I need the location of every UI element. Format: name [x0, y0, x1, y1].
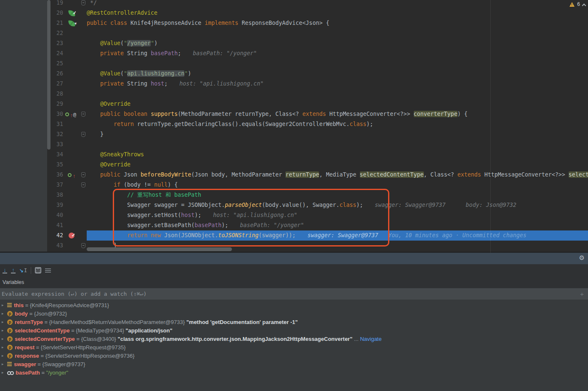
code-text[interactable]: [87, 89, 588, 99]
line-number[interactable]: 40: [51, 210, 63, 220]
line-number[interactable]: 22: [51, 28, 63, 38]
variable-row-returnType[interactable]: ▸returnType = {HandlerMethod$ReturnValue…: [0, 318, 588, 326]
line-number[interactable]: 26: [51, 69, 63, 79]
code-text[interactable]: @Value("api.liushigong.cn"): [87, 69, 588, 79]
at-annotation-icon[interactable]: [73, 109, 78, 119]
gutter: [63, 8, 80, 18]
code-text[interactable]: public class Knife4jResponseAdvice imple…: [87, 18, 588, 28]
variable-row-selectedContentType[interactable]: ▸selectedContentType = {MediaType@9734} …: [0, 326, 588, 335]
chevron-right-icon[interactable]: ▸: [2, 328, 7, 332]
variable-row-body[interactable]: ▸body = {Json@9732}: [0, 309, 588, 318]
code-segment: ): [154, 40, 157, 46]
horizontal-scrollbar[interactable]: [87, 247, 232, 251]
variable-row-basePath[interactable]: ▸basePath = "/yonger": [0, 368, 588, 377]
override-method-icon[interactable]: [65, 112, 69, 116]
code-text[interactable]: return returnType.getDeclaringClass().eq…: [87, 119, 588, 129]
code-segment: Json: [124, 171, 141, 178]
line-number[interactable]: 19: [51, 0, 63, 8]
breakpoint-verified-icon[interactable]: [69, 233, 74, 238]
code-text[interactable]: private String basePath;basePath: "/yong…: [87, 48, 588, 59]
fold-marker-icon[interactable]: [81, 0, 85, 5]
code-segment: returnType.getDeclaringClass().equals(Sw…: [137, 121, 349, 127]
code-text[interactable]: public boolean supports(MethodParameter …: [87, 109, 588, 119]
spring-bean-nav-icon[interactable]: [68, 20, 75, 27]
chevron-right-icon[interactable]: ▸: [2, 354, 7, 358]
code-text[interactable]: @Value("/yonger"): [87, 38, 588, 48]
code-text[interactable]: @RestControllerAdvice: [87, 8, 588, 18]
variable-row-request[interactable]: ▸request = {ServletServerHttpRequest@973…: [0, 343, 588, 351]
chevron-up-icon[interactable]: [582, 3, 586, 8]
chevron-right-icon[interactable]: ▸: [2, 345, 7, 349]
line-number[interactable]: 28: [51, 89, 63, 99]
line-number[interactable]: 37: [51, 180, 63, 190]
line-number[interactable]: 29: [51, 99, 63, 109]
line-number[interactable]: 23: [51, 38, 63, 48]
fold-column: [80, 18, 87, 28]
add-watch-plus-icon[interactable]: +: [580, 290, 584, 297]
line-number[interactable]: 30: [51, 109, 63, 119]
chevron-right-icon[interactable]: ▸: [2, 311, 7, 316]
chevron-right-icon[interactable]: ▸: [2, 370, 7, 375]
line-number[interactable]: 25: [51, 59, 63, 69]
parameter-icon: [7, 319, 13, 325]
line-number[interactable]: 41: [51, 220, 63, 230]
line-number[interactable]: 43: [51, 241, 63, 251]
chevron-right-icon[interactable]: ▸: [2, 320, 7, 324]
step-into-icon[interactable]: [3, 268, 7, 273]
parameter-icon: [7, 311, 13, 316]
fold-marker-icon[interactable]: [81, 172, 85, 177]
gear-icon[interactable]: ⚙: [579, 254, 585, 262]
chevron-right-icon[interactable]: ▸: [2, 337, 7, 341]
code-text[interactable]: @SneakyThrows: [87, 150, 588, 160]
line-number[interactable]: 27: [51, 79, 63, 89]
evaluate-expression-input[interactable]: Evaluate expression (↵) or add a watch (…: [0, 288, 588, 300]
line-number[interactable]: 31: [51, 119, 63, 129]
line-number[interactable]: 38: [51, 190, 63, 200]
code-text[interactable]: @Override: [87, 160, 588, 170]
fold-marker-icon[interactable]: [81, 132, 85, 137]
layout-settings-icon[interactable]: [45, 268, 51, 273]
run-to-cursor-icon[interactable]: [19, 268, 27, 273]
code-segment: */: [87, 0, 97, 6]
chevron-right-icon[interactable]: ▸: [2, 362, 7, 366]
variable-row-this[interactable]: ▸this = {Knife4jResponseAdvice@9731}: [0, 301, 588, 309]
variable-row-response[interactable]: ▸response = {ServletServerHttpResponse@9…: [0, 351, 588, 360]
step-out-icon[interactable]: [11, 268, 16, 273]
fold-marker-icon[interactable]: [81, 182, 85, 187]
inspections-widget[interactable]: 6: [569, 1, 585, 7]
variable-value: {ServletServerHttpResponse@9736}: [45, 353, 135, 359]
chevron-right-icon[interactable]: ▸: [2, 303, 7, 307]
code-text[interactable]: private String host;host: "api.liushigon…: [87, 79, 588, 89]
gutter: [63, 129, 80, 139]
variable-row-selectedConverterType[interactable]: ▸selectedConverterType = {Class@3400} "c…: [0, 335, 588, 343]
left-scrollbar-thumb[interactable]: [47, 0, 51, 150]
code-text[interactable]: public Json beforeBodyWrite(Json body, M…: [87, 170, 588, 180]
code-text[interactable]: [87, 139, 588, 150]
line-number[interactable]: 24: [51, 48, 63, 59]
line-number[interactable]: 34: [51, 150, 63, 160]
line-number[interactable]: 33: [51, 139, 63, 150]
variable-row-swagger[interactable]: ▸swagger = {Swagger@9737}: [0, 360, 588, 368]
code-text[interactable]: @Override: [87, 99, 588, 109]
code-line-28: 28: [51, 89, 588, 99]
fold-marker-icon[interactable]: [81, 112, 85, 117]
line-number[interactable]: 39: [51, 200, 63, 210]
line-number[interactable]: 20: [51, 8, 63, 18]
tab-variables[interactable]: Variables: [3, 279, 24, 285]
line-number[interactable]: 36: [51, 170, 63, 180]
line-number[interactable]: 35: [51, 160, 63, 170]
evaluate-expression-icon[interactable]: [35, 267, 41, 273]
code-text[interactable]: */: [87, 0, 588, 8]
line-number[interactable]: 42: [51, 230, 63, 241]
code-text[interactable]: }: [87, 129, 588, 139]
override-method-icon[interactable]: [68, 173, 72, 177]
code-text[interactable]: [87, 59, 588, 69]
line-number[interactable]: 21: [51, 18, 63, 28]
code-segment: HttpMessageConverter<?>>: [329, 111, 413, 117]
line-number[interactable]: 32: [51, 129, 63, 139]
fold-marker-icon[interactable]: [81, 243, 85, 248]
code-text[interactable]: [87, 28, 588, 38]
code-line-23: 23 @Value("/yonger"): [51, 38, 588, 48]
navigate-link[interactable]: Navigate: [360, 336, 381, 342]
spring-bean-check-icon[interactable]: [68, 10, 75, 16]
